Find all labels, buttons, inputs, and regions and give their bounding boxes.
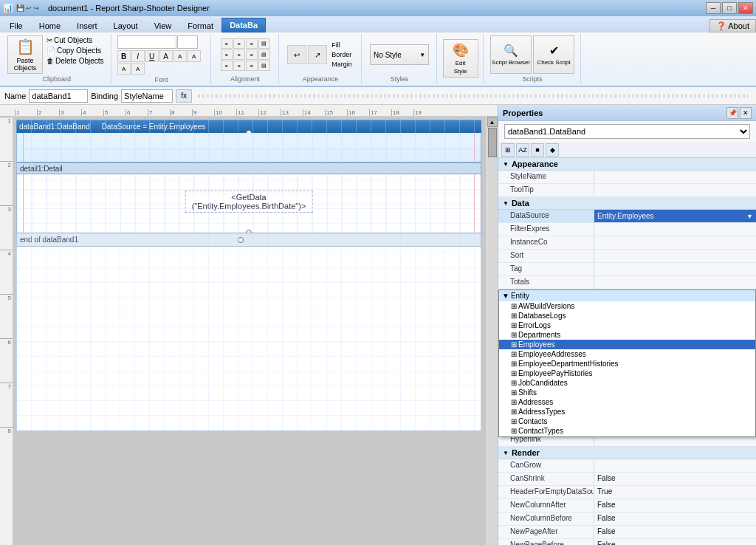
object-selector-area: dataBand1.DataBand [498,121,756,142]
prop-newcolafter: NewColumnAfter False [498,499,756,513]
tab-home[interactable]: Home [31,18,69,32]
ruler-mark-18: 18 [391,109,413,116]
fill-btn[interactable]: Fill [330,41,354,49]
font-color3-btn[interactable]: A [117,63,131,75]
font-label: Font [155,75,168,83]
ruler-mark-4: 4 [81,109,103,116]
appearance-big-btns: ↩ ↗ [287,45,327,64]
tab-insert[interactable]: Insert [69,18,106,32]
align-x3[interactable]: ▤ [258,61,270,71]
align-tr[interactable]: ≡ [246,38,258,49]
tree-item-contacts[interactable]: ⊞Contacts [499,417,755,426]
tab-view[interactable]: View [146,18,180,32]
datasource-value[interactable]: Entity.Employees ▼ [594,210,756,222]
italic-btn[interactable]: I [131,50,145,62]
minimize-btn[interactable]: ─ [706,2,721,14]
align-tl[interactable]: ≡ [221,38,233,49]
margin-btn[interactable]: Margin [330,60,354,69]
align-mr[interactable]: ≡ [246,49,258,60]
ruler-left: 1 2 3 4 5 6 7 8 [0,117,13,545]
name-input[interactable]: dataBand1 [29,89,88,103]
tree-item-contacttypes[interactable]: ⊞ContactTypes [499,426,755,436]
appearance-icon1[interactable]: ↩ [287,45,306,64]
ruler-top: 12345678910111213141516171819 [0,105,498,117]
tree-item-addresses[interactable]: ⊞Addresses [499,397,755,407]
align-br[interactable]: ≡ [246,61,258,71]
tree-item-awbuild[interactable]: ⊞AWBuildVersions [499,301,755,311]
tree-item-departments[interactable]: ⊞Departments [499,330,755,340]
font-color1-btn[interactable]: A [173,50,187,62]
tab-file[interactable]: File [1,18,31,32]
font-buttons: B I U A A A A A [117,50,206,75]
tree-item-employees[interactable]: ⊞Employees [499,340,755,349]
collapse-render[interactable]: ▼ [503,450,509,456]
tree-item-jobcand[interactable]: ⊞JobCandidates [499,378,755,388]
ruler-mark-13: 13 [281,109,303,116]
copy-objects-btn[interactable]: 📄Copy Objects [44,46,106,55]
script-browser-btn[interactable]: 🔍 Script Browser [490,35,532,74]
tree-item-addrtypes[interactable]: ⊞AddressTypes [499,407,755,417]
tree-item-empdepthist[interactable]: ⊞EmployeeDepartmentHistories [499,359,755,369]
cut-objects-btn[interactable]: ✂Cut Objects [44,35,106,45]
prop-sort-alpha-btn[interactable]: AZ [516,143,529,157]
prop-tb-btn4[interactable]: ◆ [546,143,559,157]
object-select[interactable]: dataBand1.DataBand [504,124,750,139]
tree-item-shifts[interactable]: ⊞Shifts [499,388,755,397]
tree-item-emppay[interactable]: ⊞EmployeePayHistories [499,369,755,378]
ruler-mark-1: 1 [0,117,13,161]
ruler-mark-9: 9 [192,109,214,116]
font-color4-btn[interactable]: A [131,63,145,75]
scroll-thumb[interactable] [488,128,497,157]
tree-item-errorlogs[interactable]: ⊞ErrorLogs [499,321,755,330]
align-bc[interactable]: ≡ [233,61,245,71]
collapse-appearance[interactable]: ▼ [503,161,509,168]
tree-item-empaddress[interactable]: ⊞EmployeeAddresses [499,349,755,359]
datasource-dropdown-arrow[interactable]: ▼ [746,213,753,220]
tree-item-dblogs[interactable]: ⊞DatabaseLogs [499,311,755,321]
appearance-icon2[interactable]: ↗ [308,45,327,64]
align-ml[interactable]: ≡ [221,49,233,60]
scroll-track [487,127,498,545]
font-color2-btn[interactable]: A [188,50,201,62]
strikethrough-btn[interactable]: A [159,50,173,62]
align-mc[interactable]: ≡ [233,49,245,60]
ruler-mark-7: 7 [0,383,13,427]
prop-tb-btn3[interactable]: ■ [531,143,544,157]
font-family-select[interactable] [117,35,176,49]
title-bar: 📊 💾 ↩ ↪ document1 - Report Sharp-Shooter… [0,0,756,16]
tab-format[interactable]: Format [179,18,221,32]
ruler-mark-8: 8 [0,427,13,471]
align-x1[interactable]: ▤ [258,38,270,49]
prop-pin-btn[interactable]: 📌 [726,107,738,119]
font-size-select[interactable] [177,35,198,49]
border-btn[interactable]: Border [330,50,354,59]
tab-layout[interactable]: Layout [106,18,146,32]
collapse-data[interactable]: ▼ [503,200,509,207]
binding-input[interactable]: StyleName [121,89,173,103]
align-tc[interactable]: ≡ [233,38,245,49]
align-bl[interactable]: ≡ [221,61,233,71]
ruler-mark-8: 8 [170,109,192,116]
clipboard-small-btns: ✂Cut Objects 📄Copy Objects 🗑Delete Objec… [44,35,106,66]
align-x2[interactable]: ▤ [258,49,270,60]
paste-objects-btn[interactable]: 📋 Paste Objects [7,35,43,74]
tree-root[interactable]: ▼ Entity [499,290,755,301]
bold-btn[interactable]: B [117,50,131,62]
prop-sort-categ-btn[interactable]: ⊞ [501,143,515,157]
scroll-up-btn[interactable]: ▲ [487,117,498,127]
about-btn[interactable]: ❓ About [709,19,756,32]
tab-databa[interactable]: DataBa [221,18,266,32]
canvas-scrollbar-v[interactable]: ▲ ▼ [486,117,498,545]
close-btn[interactable]: ✕ [738,2,753,14]
maximize-btn[interactable]: □ [722,2,737,14]
prop-close-btn[interactable]: ✕ [740,107,752,119]
fx-btn[interactable]: fx [176,89,192,103]
underline-btn[interactable]: U [145,50,159,62]
delete-objects-btn[interactable]: 🗑Delete Objects [44,56,106,66]
style-dropdown[interactable]: No Style ▼ [370,44,429,65]
tree-item-countryregions[interactable]: ⊞CountryRegions [499,436,755,437]
appearance-label: Appearance [303,74,339,83]
edit-style-btn[interactable]: 🎨 Edit Style [443,39,478,78]
check-script-btn[interactable]: ✔ Check Script [533,35,574,74]
left-canvas: 12345678910111213141516171819 1 2 3 4 5 … [0,105,498,545]
